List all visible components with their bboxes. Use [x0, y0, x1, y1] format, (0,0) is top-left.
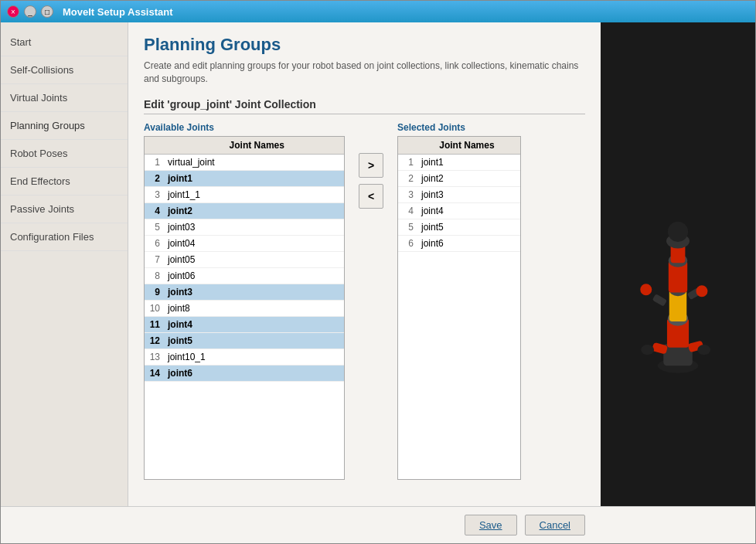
svg-point-18	[641, 345, 654, 355]
window-title: MoveIt Setup Assistant	[63, 6, 173, 18]
title-bar: × _ □ MoveIt Setup Assistant	[1, 1, 755, 22]
selected-joints-panel: Selected Joints Joint Names	[397, 122, 521, 480]
svg-rect-13	[652, 294, 667, 307]
available-col-header: Joint Names	[169, 137, 344, 155]
table-row[interactable]: 4joint4	[398, 202, 520, 219]
selected-joints-body-table: 1joint12joint23joint34joint45joint56join…	[398, 155, 520, 252]
table-row[interactable]: 3joint3	[398, 186, 520, 202]
selected-joints-table-wrap: Joint Names 1joint12joint23joint34joint4…	[397, 136, 521, 480]
table-row[interactable]: 13joint10_1	[145, 348, 344, 365]
available-joints-scroll[interactable]: 1virtual_joint2joint13joint1_14joint25jo…	[145, 155, 344, 479]
maximize-button[interactable]: □	[41, 5, 53, 18]
cancel-button[interactable]: Cancel	[525, 515, 585, 536]
table-row[interactable]: 5joint5	[398, 219, 520, 235]
selected-joints-table: Joint Names	[398, 137, 520, 155]
transfer-right-button[interactable]: >	[359, 153, 383, 178]
svg-point-16	[697, 345, 710, 355]
table-row[interactable]: 3joint1_1	[145, 186, 344, 202]
window: × _ □ MoveIt Setup Assistant StartSelf-C…	[0, 0, 756, 544]
main-panel: Planning Groups Create and edit planning…	[128, 22, 601, 506]
available-joints-panel: Available Joints Joint Names	[144, 122, 345, 480]
sidebar-item-virtual-joints[interactable]: Virtual Joints	[1, 84, 128, 112]
table-row[interactable]: 6joint6	[398, 235, 520, 251]
transfer-buttons: > <	[352, 153, 390, 209]
available-joints-body-table: 1virtual_joint2joint13joint1_14joint25jo…	[145, 155, 344, 382]
sidebar-item-self-collisions[interactable]: Self-Collisions	[1, 56, 128, 84]
joints-area: Available Joints Joint Names	[144, 122, 585, 480]
table-row[interactable]: 6joint04	[145, 235, 344, 251]
available-joints-table: Joint Names	[145, 137, 344, 155]
available-joints-table-wrap: Joint Names 1virtual_joint2joint13joint1…	[144, 136, 345, 480]
table-row[interactable]: 1joint1	[398, 155, 520, 171]
robot-view	[601, 22, 755, 506]
close-button[interactable]: ×	[7, 5, 19, 18]
sidebar-item-configuration-files[interactable]: Configuration Files	[1, 223, 128, 251]
save-button[interactable]: Save	[465, 515, 517, 536]
selected-joints-label: Selected Joints	[397, 122, 521, 133]
table-row[interactable]: 1virtual_joint	[145, 155, 344, 171]
table-row[interactable]: 5joint03	[145, 219, 344, 235]
content-area: StartSelf-CollisionsVirtual JointsPlanni…	[1, 22, 755, 506]
svg-point-10	[668, 222, 688, 242]
table-row[interactable]: 12joint5	[145, 332, 344, 348]
table-row[interactable]: 8joint06	[145, 267, 344, 284]
sidebar-item-passive-joints[interactable]: Passive Joints	[1, 196, 128, 223]
selected-joints-scroll[interactable]: 1joint12joint23joint34joint45joint56join…	[398, 155, 520, 479]
section-title: Edit 'group_joint' Joint Collection	[144, 98, 585, 114]
sidebar-item-robot-poses[interactable]: Robot Poses	[1, 140, 128, 168]
page-description: Create and edit planning groups for your…	[144, 60, 585, 86]
page-title: Planning Groups	[144, 35, 585, 55]
sidebar-item-planning-groups[interactable]: Planning Groups	[1, 112, 128, 140]
robot-visualization	[616, 148, 740, 380]
table-row[interactable]: 4joint2	[145, 202, 344, 219]
svg-point-12	[696, 285, 707, 297]
available-joints-label: Available Joints	[144, 122, 345, 133]
minimize-button[interactable]: _	[24, 5, 36, 18]
footer: Save Cancel	[1, 506, 755, 543]
sidebar-item-end-effectors[interactable]: End Effectors	[1, 168, 128, 196]
table-row[interactable]: 9joint3	[145, 284, 344, 300]
table-row[interactable]: 2joint1	[145, 170, 344, 186]
sidebar: StartSelf-CollisionsVirtual JointsPlanni…	[1, 22, 128, 506]
svg-rect-17	[652, 342, 668, 355]
selected-col-header: Joint Names	[414, 137, 520, 155]
sidebar-item-start[interactable]: Start	[1, 29, 128, 56]
transfer-left-button[interactable]: <	[359, 184, 383, 209]
table-row[interactable]: 10joint8	[145, 300, 344, 316]
table-row[interactable]: 2joint2	[398, 170, 520, 186]
svg-point-14	[640, 284, 652, 295]
table-row[interactable]: 7joint05	[145, 251, 344, 267]
table-row[interactable]: 11joint4	[145, 316, 344, 332]
table-row[interactable]: 14joint6	[145, 365, 344, 381]
